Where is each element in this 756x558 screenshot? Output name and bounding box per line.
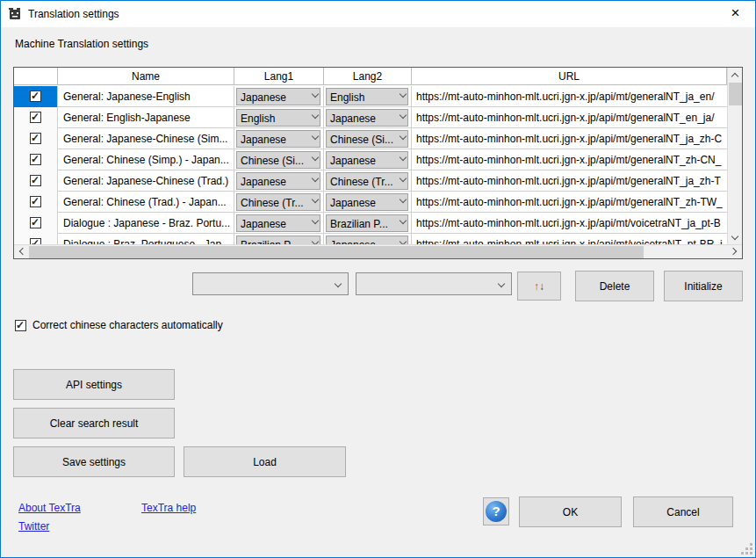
translation-grid: Name Lang1 Lang2 URL General: Japanese-E… [13,67,743,259]
column-header-check[interactable] [14,68,58,85]
row-checkbox[interactable] [30,112,41,123]
lang2-select[interactable]: Japanese [326,151,408,169]
column-header-lang2[interactable]: Lang2 [324,68,412,85]
url-cell[interactable]: https://mt-auto-minhon-mlt.ucri.jgn-x.jp… [412,213,727,234]
row-select-cell[interactable] [14,170,58,192]
lang2-select[interactable]: Brazilian P... [326,214,408,232]
row-select-cell[interactable] [14,149,58,170]
table-row[interactable]: General: English-Japanese English Japane… [14,107,727,128]
name-cell[interactable]: General: English-Japanese [58,107,234,128]
horizontal-scroll-thumb[interactable] [29,246,644,258]
row-checkbox[interactable] [30,154,41,165]
lang2-select[interactable]: Chinese (Tr... [326,172,408,190]
lang1-cell[interactable]: Chinese (Tr... [234,192,324,213]
row-select-cell[interactable] [14,213,58,234]
table-row[interactable]: Dialogue : Japanese - Braz. Portu... Jap… [14,213,727,234]
lang1-select[interactable]: Japanese [236,172,320,190]
row-select-cell[interactable] [14,86,58,107]
url-cell[interactable]: https://mt-auto-minhon-mlt.ucri.jgn-x.jp… [412,192,727,213]
lang1-cell[interactable]: Chinese (Si... [234,149,324,170]
checkbox-icon[interactable] [15,320,26,331]
lang2-select[interactable]: English [326,88,408,105]
name-cell[interactable]: General: Japanese-Chinese (Trad.) [58,170,234,192]
column-header-lang1[interactable]: Lang1 [234,68,324,85]
lang1-select[interactable]: Chinese (Tr... [236,193,320,211]
help-button[interactable]: ? [483,497,509,525]
lang2-select[interactable]: Japanese [326,109,408,127]
swap-languages-button[interactable]: ↑↓ [517,272,561,301]
name-cell[interactable]: General: Chinese (Simp.) - Japan... [58,149,234,170]
name-cell[interactable]: General: Japanese-English [58,86,234,107]
scroll-right-icon[interactable] [728,245,741,258]
cancel-button[interactable]: Cancel [633,496,733,527]
initialize-button[interactable]: Initialize [664,271,743,301]
table-row[interactable]: General: Japanese-Chinese (Trad.) Japane… [14,170,727,192]
ok-button[interactable]: OK [519,496,622,527]
column-header-name[interactable]: Name [58,68,234,85]
load-button[interactable]: Load [184,446,346,477]
name-cell[interactable]: General: Japanese-Chinese (Sim... [58,128,234,149]
row-select-cell[interactable] [14,107,58,128]
lang2-cell[interactable]: Brazilian P... [324,213,412,234]
table-row[interactable]: General: Chinese (Trad.) - Japan... Chin… [14,192,727,213]
row-select-cell[interactable] [14,192,58,213]
lang2-cell[interactable]: Japanese [324,149,412,170]
row-checkbox[interactable] [30,196,41,207]
url-cell[interactable]: https://mt-auto-minhon-mlt.ucri.jgn-x.jp… [412,128,727,149]
help-icon: ? [486,501,507,522]
scroll-up-icon[interactable] [729,69,742,82]
correct-chinese-label: Correct chinese characters automatically [32,319,223,331]
table-row[interactable]: General: Chinese (Simp.) - Japan... Chin… [14,149,727,170]
table-row[interactable]: General: Japanese-English Japanese Engli… [14,86,727,107]
chevron-down-icon [498,280,505,287]
twitter-link[interactable]: Twitter [18,520,49,533]
lang1-cell[interactable]: Japanese [234,86,324,107]
row-checkbox[interactable] [30,175,41,186]
column-header-url[interactable]: URL [412,68,727,85]
lang2-cell[interactable]: Japanese [324,107,412,128]
lang1-cell[interactable]: English [234,107,324,128]
url-cell[interactable]: https://mt-auto-minhon-mlt.ucri.jgn-x.jp… [412,107,727,128]
lang1-select[interactable]: Japanese [236,214,320,232]
lang2-cell[interactable]: English [324,86,412,107]
lang1-select[interactable]: Chinese (Si... [236,151,320,169]
lang2-picker[interactable] [356,272,512,295]
clear-search-result-button[interactable]: Clear search result [13,408,175,438]
lang1-cell[interactable]: Japanese [234,128,324,149]
lang1-picker[interactable] [192,272,349,295]
scroll-left-icon[interactable] [15,245,28,258]
save-settings-button[interactable]: Save settings [13,446,175,477]
horizontal-scrollbar[interactable] [14,244,742,258]
url-cell[interactable]: https://mt-auto-minhon-mlt.ucri.jgn-x.jp… [412,149,727,170]
scroll-down-icon[interactable] [729,231,742,244]
lang1-select[interactable]: Japanese [236,88,320,105]
lang2-cell[interactable]: Japanese [324,192,412,213]
name-cell[interactable]: General: Chinese (Trad.) - Japan... [58,192,234,213]
name-cell[interactable]: Dialogue : Japanese - Braz. Portu... [58,213,234,234]
row-checkbox[interactable] [30,133,41,144]
lang2-select[interactable]: Japanese [326,193,408,211]
lang2-cell[interactable]: Chinese (Tr... [324,170,412,192]
table-row[interactable]: General: Japanese-Chinese (Sim... Japane… [14,128,727,149]
resize-grip[interactable] [742,544,752,554]
row-checkbox[interactable] [30,91,41,102]
lang1-select[interactable]: Japanese [236,130,320,148]
close-icon[interactable]: × [716,1,755,27]
vertical-scroll-thumb[interactable] [729,83,742,105]
row-checkbox[interactable] [30,217,41,228]
grid-body: General: Japanese-English Japanese Engli… [14,86,727,245]
textra-help-link[interactable]: TexTra help [141,502,196,514]
lang1-select[interactable]: English [236,109,320,127]
correct-chinese-checkbox[interactable]: Correct chinese characters automatically [15,319,223,331]
url-cell[interactable]: https://mt-auto-minhon-mlt.ucri.jgn-x.jp… [412,170,727,192]
url-cell[interactable]: https://mt-auto-minhon-mlt.ucri.jgn-x.jp… [412,86,727,107]
api-settings-button[interactable]: API settings [13,369,175,400]
row-select-cell[interactable] [14,128,58,149]
lang2-select[interactable]: Chinese (Si... [326,130,408,148]
lang1-cell[interactable]: Japanese [234,213,324,234]
delete-button[interactable]: Delete [575,271,654,301]
lang2-cell[interactable]: Chinese (Si... [324,128,412,149]
about-textra-link[interactable]: About TexTra [18,502,81,514]
lang1-cell[interactable]: Japanese [234,170,324,192]
vertical-scrollbar[interactable] [727,68,742,245]
